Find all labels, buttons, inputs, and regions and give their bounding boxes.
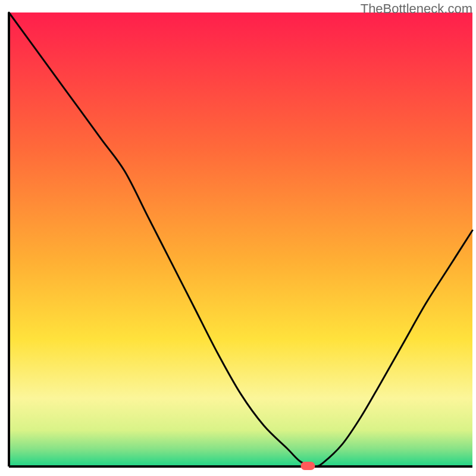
optimal-marker bbox=[300, 462, 315, 470]
chart-background bbox=[9, 12, 472, 466]
watermark-text: TheBottleneck.com bbox=[361, 1, 472, 17]
chart-container: TheBottleneck.com bbox=[0, 0, 476, 476]
bottleneck-chart bbox=[0, 0, 476, 476]
